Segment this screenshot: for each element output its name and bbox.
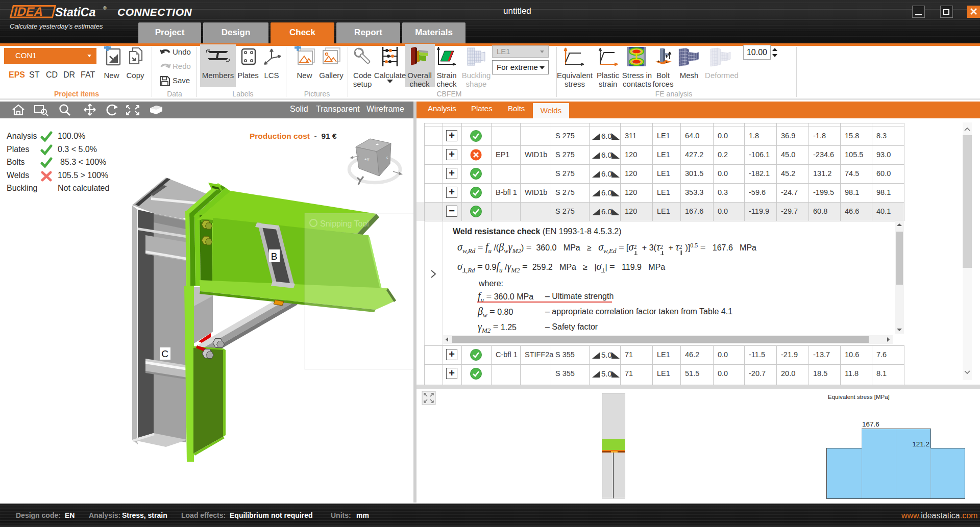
svg-text:C: C [161,348,168,359]
svg-text:IDEA: IDEA [12,5,45,18]
svg-text:+Y: +Y [364,157,369,162]
svg-text:121.2: 121.2 [912,440,929,448]
svg-text:167.6: 167.6 [862,420,879,428]
svg-text:®: ® [103,6,107,11]
svg-text:StatiCa: StatiCa [55,6,95,19]
svg-text:Snipping Tool: Snipping Tool [320,219,369,228]
svg-text:B: B [271,251,278,262]
svg-text:c: c [386,156,388,159]
